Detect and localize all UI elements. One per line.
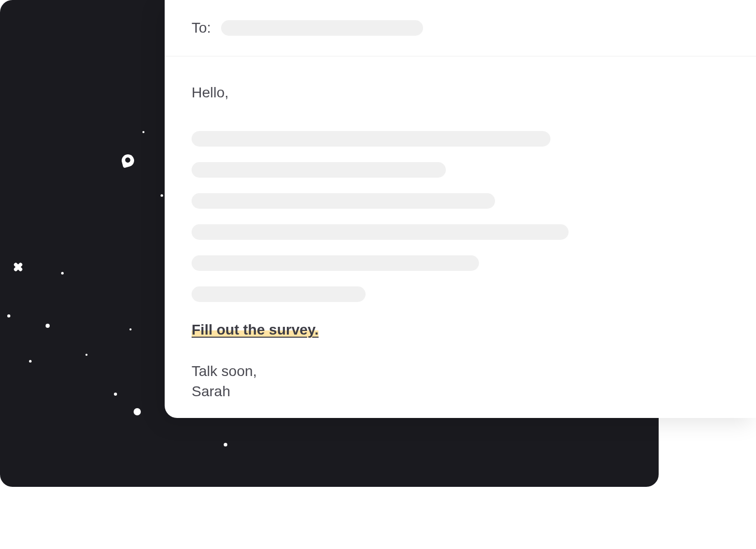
star-dot — [7, 314, 10, 317]
body-placeholder-line — [192, 162, 446, 178]
cta-wrapper: Fill out the survey. — [192, 322, 729, 338]
email-body: Hello, Fill out the survey. Talk soon, S… — [165, 56, 756, 429]
to-label: To: — [192, 20, 211, 36]
star-blob-icon — [120, 153, 135, 168]
star-dot — [114, 393, 117, 396]
email-compose-card: To: Hello, Fill out the survey. Talk soo… — [165, 0, 756, 418]
body-placeholder-line — [192, 255, 479, 271]
body-placeholder-lines — [192, 131, 729, 302]
signoff: Talk soon, Sarah — [192, 361, 729, 401]
greeting-text: Hello, — [192, 84, 729, 101]
survey-link[interactable]: Fill out the survey. — [192, 322, 318, 338]
to-input-placeholder[interactable] — [221, 20, 423, 36]
body-placeholder-line — [192, 286, 366, 302]
star-dot — [134, 408, 141, 415]
to-field-row: To: — [165, 0, 756, 56]
star-dot — [224, 443, 227, 446]
body-placeholder-line — [192, 193, 495, 209]
body-placeholder-line — [192, 131, 550, 147]
star-dot — [61, 272, 64, 274]
star-dot — [142, 131, 144, 133]
signoff-name: Sarah — [192, 381, 729, 401]
body-placeholder-line — [192, 224, 569, 240]
signoff-line: Talk soon, — [192, 361, 729, 381]
star-dot — [46, 324, 50, 328]
star-dot — [85, 354, 88, 356]
star-x-icon — [13, 262, 23, 272]
star-dot — [129, 328, 132, 330]
star-dot — [29, 360, 32, 363]
star-dot — [161, 194, 163, 197]
